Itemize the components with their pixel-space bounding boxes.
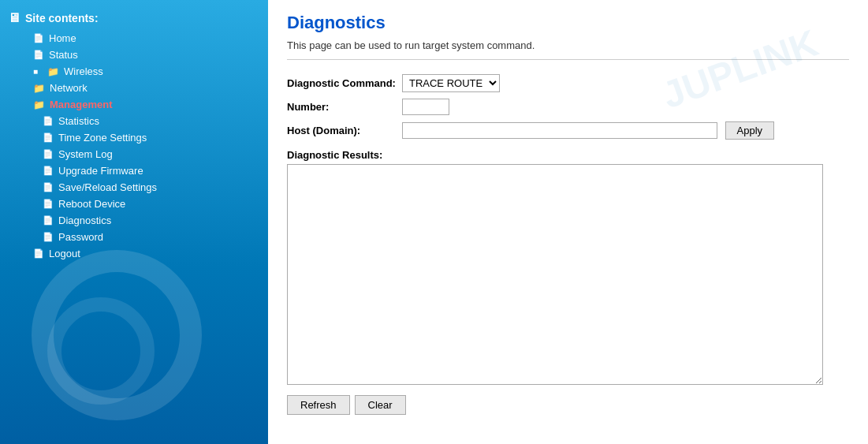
sidebar-item-wireless[interactable]: ■ 📁 Wireless [0, 63, 268, 80]
sidebar-item-label: Management [50, 99, 112, 110]
sidebar-item-label: Password [58, 231, 103, 243]
page-title: Diagnostics [287, 13, 849, 33]
sidebar-item-label: Time Zone Settings [58, 132, 147, 144]
file-icon: 📄 [33, 33, 44, 43]
sidebar-item-diagnostics[interactable]: 📄 Diagnostics [0, 212, 268, 229]
folder-icon: 📁 [33, 83, 45, 94]
sidebar: 🖥 Site contents: 📄 Home 📄 Status ■ 📁 Wir… [0, 0, 268, 444]
sidebar-item-label: Logout [49, 248, 80, 259]
file-icon: 📄 [43, 199, 54, 209]
apply-button[interactable]: Apply [725, 121, 775, 140]
folder-red-icon: 📁 [33, 99, 45, 110]
sidebar-item-label: Home [49, 32, 76, 44]
main-content: JUPLINK Diagnostics This page can be use… [268, 0, 868, 444]
sidebar-item-label: Status [49, 49, 78, 61]
sidebar-item-home[interactable]: 📄 Home [0, 30, 268, 47]
sidebar-item-label: Diagnostics [58, 215, 111, 226]
monitor-icon: 🖥 [8, 11, 20, 25]
expand-icon: ■ [33, 67, 43, 76]
sidebar-item-label: Reboot Device [58, 198, 125, 210]
page-description: This page can be used to run target syst… [287, 39, 849, 51]
sidebar-item-reboot[interactable]: 📄 Reboot Device [0, 196, 268, 212]
sidebar-title-label: Site contents: [25, 12, 99, 24]
diagnostic-command-select[interactable]: TRACE ROUTE PING [402, 74, 500, 92]
refresh-button[interactable]: Refresh [287, 395, 350, 415]
number-label: Number: [287, 95, 402, 118]
folder-icon: 📁 [47, 66, 59, 77]
sidebar-item-label: Save/Reload Settings [58, 181, 157, 193]
file-icon: 📄 [43, 149, 54, 159]
sidebar-title: 🖥 Site contents: [0, 6, 268, 30]
sidebar-item-statistics[interactable]: 📄 Statistics [0, 113, 268, 129]
sidebar-item-label: Statistics [58, 115, 99, 127]
sidebar-item-password[interactable]: 📄 Password [0, 229, 268, 245]
sidebar-item-upgrade[interactable]: 📄 Upgrade Firmware [0, 162, 268, 179]
sidebar-item-savereload[interactable]: 📄 Save/Reload Settings [0, 179, 268, 196]
sidebar-item-network[interactable]: 📁 Network [0, 80, 268, 96]
sidebar-item-management[interactable]: 📁 Management [0, 96, 268, 113]
file-icon: 📄 [33, 248, 44, 259]
sidebar-item-logout[interactable]: 📄 Logout [0, 245, 268, 262]
file-icon: 📄 [43, 116, 54, 126]
file-icon: 📄 [43, 182, 54, 192]
sidebar-item-timezone[interactable]: 📄 Time Zone Settings [0, 129, 268, 146]
sidebar-item-label: Upgrade Firmware [58, 165, 143, 177]
number-row: Number: [287, 95, 780, 118]
sidebar-item-label: System Log [58, 148, 113, 160]
diagnostics-form: Diagnostic Command: TRACE ROUTE PING Num… [287, 71, 780, 143]
sidebar-item-label: Network [50, 82, 88, 94]
host-label: Host (Domain): [287, 118, 402, 143]
bottom-buttons: Refresh Clear [287, 395, 849, 415]
file-icon: 📄 [43, 166, 54, 176]
number-input[interactable] [402, 99, 449, 115]
results-label: Diagnostic Results: [287, 149, 849, 161]
results-textarea[interactable] [287, 164, 823, 385]
host-input[interactable] [402, 122, 717, 139]
sidebar-item-status[interactable]: 📄 Status [0, 47, 268, 63]
file-icon: 📄 [33, 50, 44, 60]
sidebar-item-label: Wireless [64, 65, 103, 77]
clear-button[interactable]: Clear [355, 395, 406, 415]
file-icon: 📄 [43, 132, 54, 143]
cmd-row: Diagnostic Command: TRACE ROUTE PING [287, 71, 780, 95]
file-icon: 📄 [43, 215, 54, 226]
cmd-label: Diagnostic Command: [287, 71, 402, 95]
sidebar-item-syslog[interactable]: 📄 System Log [0, 146, 268, 162]
divider [287, 59, 849, 60]
file-icon: 📄 [43, 232, 54, 242]
host-row: Host (Domain): Apply [287, 118, 780, 143]
